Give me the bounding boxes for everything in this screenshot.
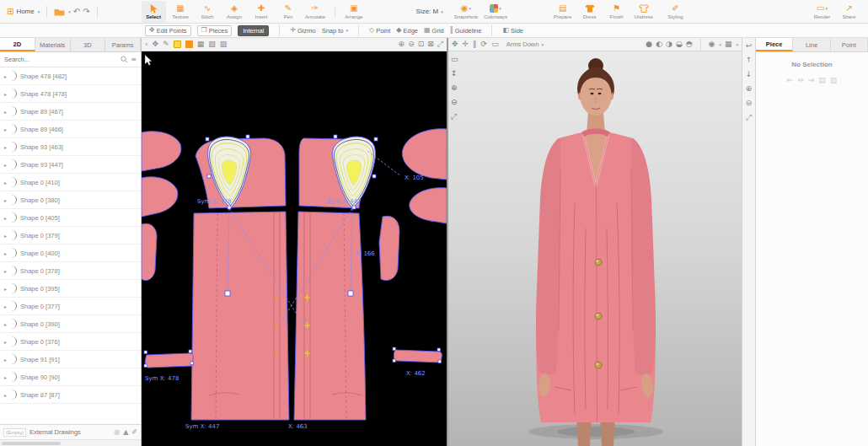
search-input[interactable] (4, 56, 118, 63)
side-toggle[interactable]: ◧ Side (502, 27, 523, 35)
expand-arrow-icon[interactable]: ▸ (4, 233, 7, 239)
expand-arrow-icon[interactable]: ▸ (4, 321, 7, 327)
search-icon[interactable] (121, 56, 128, 63)
pattern-canvas-2d[interactable]: Sym X: 478 Sym X: 447 X: 105 X: 166 Sym … (142, 51, 447, 446)
snap-edge-toggle[interactable]: ◆ Edge (396, 27, 418, 35)
zoom-fit-icon[interactable]: ⊡ (418, 40, 425, 48)
zoom-in-icon[interactable]: ⊕ (746, 85, 753, 93)
tool-insert[interactable]: ✚ Insert (249, 1, 274, 23)
expand-arrow-icon[interactable]: ▸ (4, 286, 7, 292)
tab-line[interactable]: Line (793, 38, 830, 51)
reset-view-icon[interactable]: ⟳ (481, 40, 488, 48)
screen-icon[interactable]: ▭ (491, 40, 499, 48)
align-left-icon[interactable]: ⇤ (787, 77, 794, 84)
render-mode-solid-icon[interactable]: ● (646, 40, 652, 48)
render-mode-half-icon[interactable]: ◐ (656, 40, 662, 48)
tool-select[interactable]: Select (142, 1, 166, 23)
pattern-front-panels[interactable] (191, 212, 366, 420)
tool-annotate[interactable]: ✑ Annotate (303, 1, 328, 23)
list-item[interactable]: ▸Shape 0 [376] (0, 333, 141, 351)
avatar-canvas-3d[interactable] (448, 51, 742, 446)
list-item[interactable]: ▸Shape 90 [90] (0, 368, 141, 386)
expand-arrow-icon[interactable]: ▸ (4, 109, 7, 115)
zoom-area-icon[interactable]: ⊠ (427, 40, 434, 48)
tool-dress[interactable]: Dress (577, 1, 602, 23)
tab-piece[interactable]: Piece (756, 38, 793, 51)
tab-materials[interactable]: Materials (35, 38, 71, 51)
list-item[interactable]: ▸Shape 93 [447] (0, 156, 141, 174)
texture-toggle-icon[interactable]: ▦ (197, 40, 205, 48)
distribute-h-icon[interactable]: ▤ (818, 77, 826, 84)
pose-dropdown[interactable]: Arms Down ▾ (506, 40, 544, 48)
internal-button[interactable]: Internal (238, 25, 269, 36)
expand-arrow-icon[interactable]: ▸ (4, 392, 7, 398)
scrollbar-thumb[interactable] (2, 442, 61, 445)
move-tool-icon[interactable]: ✥ (153, 40, 159, 48)
fit-view-icon[interactable]: ⤢ (451, 113, 458, 121)
list-item[interactable]: ▸Shape 0 [380] (0, 191, 141, 209)
arrow-up-icon[interactable]: ↑ (746, 56, 753, 64)
list-item[interactable]: ▸Shape 87 [87] (0, 386, 141, 404)
list-item[interactable]: ▸Shape 89 [467] (0, 103, 141, 121)
terrain-icon[interactable]: ▲ (123, 429, 128, 436)
fabric-swatch-icon[interactable] (185, 40, 193, 48)
folder-icon[interactable] (54, 8, 65, 16)
list-item[interactable]: ▸Shape 478 [482] (0, 67, 141, 85)
expand-arrow-icon[interactable]: ▸ (4, 304, 7, 309)
expand-arrow-icon[interactable]: ▸ (4, 215, 7, 221)
gizmo-3d-icon[interactable]: ✛ (463, 40, 469, 48)
expand-arrow-icon[interactable]: ▸ (4, 144, 7, 150)
tool-prepare[interactable]: ▤ Prepare (550, 1, 575, 23)
display-mode-icon[interactable]: ▭ (451, 56, 458, 63)
zoom-in-icon[interactable]: ⊕ (451, 84, 458, 92)
render-mode-top-icon[interactable]: ◓ (686, 40, 693, 48)
tool-colorways[interactable]: ▾ Colorways (482, 1, 509, 23)
horizontal-scrollbar[interactable] (0, 439, 141, 446)
tab-2d[interactable]: 2D (0, 38, 35, 51)
snap-point-toggle[interactable]: ◇ Point (369, 27, 390, 35)
tab-3d[interactable]: 3D (71, 38, 106, 51)
arrow-down-icon[interactable]: ↓ (746, 71, 753, 78)
redo-icon[interactable]: ↷ (83, 8, 89, 16)
list-item[interactable]: ▸Shape 0 [377] (0, 298, 141, 315)
pen-tool-icon[interactable]: ✎ (163, 40, 169, 48)
expand-arrow-icon[interactable]: ▸ (4, 126, 7, 132)
expand-arrow-icon[interactable]: ▸ (4, 357, 7, 363)
pieces-button[interactable]: ❒ Pieces (197, 25, 233, 36)
camera-icon[interactable]: ◉ (709, 40, 715, 48)
tab-params[interactable]: Params (105, 38, 141, 51)
history-back-icon[interactable]: ↩ (746, 42, 753, 50)
zoom-in-icon[interactable]: ⊕ (399, 40, 405, 48)
zoom-out-icon[interactable]: ⊖ (746, 99, 753, 107)
grid-toggle[interactable]: ▦ Grid (424, 27, 444, 35)
expand-arrow-icon[interactable]: ▸ (4, 339, 7, 345)
render-mode-quarter-icon[interactable]: ◑ (666, 40, 672, 48)
tool-finish[interactable]: ⚑ Finish (604, 1, 629, 23)
size-dropdown[interactable]: Size: M ▾ (416, 8, 443, 15)
edit-points-button[interactable]: ✥ Edit Points (145, 25, 191, 36)
expand-arrow-icon[interactable]: ▸ (4, 268, 7, 274)
tool-texture[interactable]: ▦ Texture (169, 1, 193, 23)
tool-styling[interactable]: ✐ Styling (663, 1, 688, 23)
tool-stitch[interactable]: ∿ Stitch (196, 1, 220, 23)
undo-icon[interactable]: ↶ (73, 8, 80, 16)
list-item[interactable]: ▸Shape 0 [405] (0, 209, 141, 227)
expand-arrow-icon[interactable]: ▸ (4, 73, 7, 79)
expand-arrow-icon[interactable]: ▸ (4, 250, 7, 256)
render-mode-bottom-icon[interactable]: ◒ (676, 40, 683, 48)
filter-icon[interactable]: ≡ (131, 56, 137, 63)
fullscreen-icon[interactable]: ⤢ (437, 40, 443, 48)
expand-arrow-icon[interactable]: ▸ (4, 374, 7, 380)
tool-snapshots[interactable]: ◉▾ Snapshots (453, 1, 480, 23)
expand-arrow-icon[interactable]: ▸ (4, 180, 7, 185)
list-item[interactable]: ▸Shape 0 [390] (0, 315, 141, 333)
layout-grid-icon[interactable]: ▦ (725, 40, 732, 48)
align-right-icon[interactable]: ⇥ (808, 77, 815, 84)
list-item[interactable]: ▸Shape 0 [410] (0, 174, 141, 191)
tool-assign[interactable]: ◈ Assign (222, 1, 247, 23)
list-item[interactable]: ▸Shape 91 [91] (0, 351, 141, 368)
expand-arrow-icon[interactable]: ▸ (4, 197, 7, 203)
active-fabric-swatch-icon[interactable] (174, 40, 181, 48)
expand-arrow-icon[interactable]: ▸ (4, 162, 7, 168)
tool-pen[interactable]: ✎ Pen (276, 1, 301, 23)
